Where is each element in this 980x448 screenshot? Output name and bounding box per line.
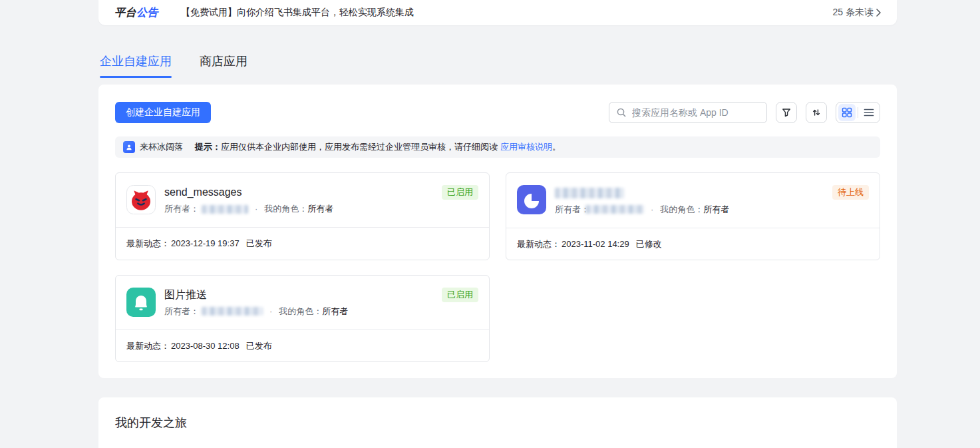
list-view-button[interactable]: [860, 104, 878, 121]
list-view-icon: [864, 108, 874, 117]
card-top: 待上线 所有者： · 我的角色： 所有者: [506, 173, 880, 228]
grid-view-icon: [842, 107, 852, 118]
app-card-send-messages[interactable]: send_messages 已启用 所有者： · 我的角色： 所有者 最新: [115, 172, 490, 260]
activity-label: 最新动态：: [126, 237, 170, 250]
activity-status: 已修改: [636, 238, 662, 250]
tip-suffix: 。: [552, 141, 561, 153]
search-icon: [616, 107, 627, 118]
activity-label: 最新动态：: [517, 238, 560, 250]
review-guide-link[interactable]: 应用审核说明: [500, 141, 552, 153]
view-mode-toggle: [836, 102, 880, 123]
owner-name-blurred: [202, 205, 248, 214]
tab-self-built-apps[interactable]: 企业自建应用: [100, 53, 172, 78]
status-badge: 已启用: [442, 288, 478, 302]
dev-journey-panel: 我的开发之旅: [98, 397, 897, 448]
card-top: send_messages 已启用 所有者： · 我的角色： 所有者: [116, 173, 489, 227]
filter-funnel-icon: [781, 107, 792, 118]
app-card-unnamed[interactable]: 待上线 所有者： · 我的角色： 所有者 最新动态： 2023-11-02 14…: [506, 172, 880, 260]
role-label: 我的角色：: [264, 203, 307, 215]
dev-journey-title: 我的开发之旅: [115, 415, 880, 431]
tip-prefix: 提示：: [195, 141, 221, 153]
tip-text: 应用仅供本企业内部使用，应用发布需经过企业管理员审核，请仔细阅读: [221, 141, 498, 153]
role-value: 所有者: [307, 203, 333, 215]
status-badge: 待上线: [832, 185, 869, 200]
role-label: 我的角色：: [279, 306, 322, 318]
card-title-row: send_messages 已启用: [164, 185, 478, 200]
card-main: 待上线 所有者： · 我的角色： 所有者: [555, 185, 869, 216]
sort-icon: [811, 107, 822, 118]
app-name: 图片推送: [164, 288, 442, 302]
status-badge: 已启用: [442, 185, 478, 200]
bell-teal-app-icon: [126, 288, 156, 317]
toggle-divider: [858, 107, 858, 118]
app-search-box[interactable]: [609, 102, 767, 123]
platform-announcement-logo: 平台公告: [114, 6, 158, 20]
card-activity: 最新动态： 2023-08-30 12:08 已发布: [116, 330, 489, 361]
card-main: send_messages 已启用 所有者： · 我的角色： 所有者: [164, 185, 478, 215]
tab-store-apps[interactable]: 商店应用: [200, 53, 247, 78]
activity-time: 2023-12-19 19:37: [171, 237, 240, 250]
chevron-right-icon: [876, 9, 881, 17]
person-icon: [126, 144, 132, 150]
card-activity: 最新动态： 2023-11-02 14:29 已修改: [506, 228, 880, 260]
toolbar-right: [609, 102, 880, 123]
role-label: 我的角色：: [660, 204, 703, 216]
create-app-button[interactable]: 创建企业自建应用: [115, 102, 211, 123]
search-input[interactable]: [632, 107, 760, 118]
tip-bar: 来杯冰阔落 提示： 应用仅供本企业内部使用，应用发布需经过企业管理员审核，请仔细…: [115, 136, 880, 158]
card-title-row: 待上线: [555, 185, 869, 200]
blurred-title-chip: [555, 188, 624, 198]
pie-indigo-app-icon: [517, 185, 546, 214]
toolbar: 创建企业自建应用: [115, 102, 880, 123]
announcement-message[interactable]: 【免费试用】向你介绍飞书集成平台，轻松实现系统集成: [181, 7, 833, 19]
user-avatar: [123, 141, 135, 153]
card-title-row: 图片推送 已启用: [164, 288, 478, 302]
owner-name-blurred: [202, 307, 263, 316]
activity-time: 2023-11-02 14:29: [562, 238, 629, 250]
devil-red-app-icon: [126, 185, 156, 214]
grid-view-button[interactable]: [838, 104, 856, 121]
app-type-tabs: 企业自建应用 商店应用: [98, 53, 897, 78]
sort-button[interactable]: [806, 102, 827, 123]
activity-status: 已发布: [246, 339, 272, 352]
app-card-grid: send_messages 已启用 所有者： · 我的角色： 所有者 最新: [115, 172, 880, 362]
owner-label: 所有者：: [555, 204, 589, 216]
owner-name-blurred: [585, 205, 644, 214]
app-name: send_messages: [164, 185, 442, 200]
unread-label: 25 条未读: [833, 7, 874, 19]
meta-separator: ·: [651, 204, 653, 216]
card-main: 图片推送 已启用 所有者： · 我的角色： 所有者: [164, 288, 478, 318]
logo-suffix: 公告: [136, 7, 158, 18]
app-list-panel: 创建企业自建应用: [98, 85, 897, 378]
page-content: 平台公告 【免费试用】向你介绍飞书集成平台，轻松实现系统集成 25 条未读 企业…: [98, 0, 897, 448]
announcement-banner: 平台公告 【免费试用】向你介绍飞书集成平台，轻松实现系统集成 25 条未读: [98, 0, 897, 25]
card-top: 图片推送 已启用 所有者： · 我的角色： 所有者: [116, 276, 489, 330]
activity-status: 已发布: [246, 237, 272, 250]
meta-separator: ·: [255, 203, 257, 215]
activity-time: 2023-08-30 12:08: [171, 339, 240, 352]
card-meta: 所有者： · 我的角色： 所有者: [555, 204, 869, 216]
role-value: 所有者: [322, 306, 348, 318]
meta-separator: ·: [269, 306, 272, 318]
tip-username: 来杯冰阔落: [140, 141, 183, 153]
owner-label: 所有者：: [164, 203, 199, 215]
filter-button[interactable]: [776, 102, 797, 123]
role-value: 所有者: [703, 204, 729, 216]
app-card-image-push[interactable]: 图片推送 已启用 所有者： · 我的角色： 所有者 最新动态：: [115, 275, 490, 362]
logo-prefix: 平台: [114, 7, 136, 18]
card-meta: 所有者： · 我的角色： 所有者: [164, 306, 478, 318]
activity-label: 最新动态：: [126, 339, 170, 352]
app-name-blurred: [555, 185, 832, 200]
card-meta: 所有者： · 我的角色： 所有者: [164, 203, 478, 215]
card-activity: 最新动态： 2023-12-19 19:37 已发布: [116, 227, 489, 259]
unread-count[interactable]: 25 条未读: [833, 7, 881, 19]
owner-label: 所有者：: [164, 306, 199, 318]
